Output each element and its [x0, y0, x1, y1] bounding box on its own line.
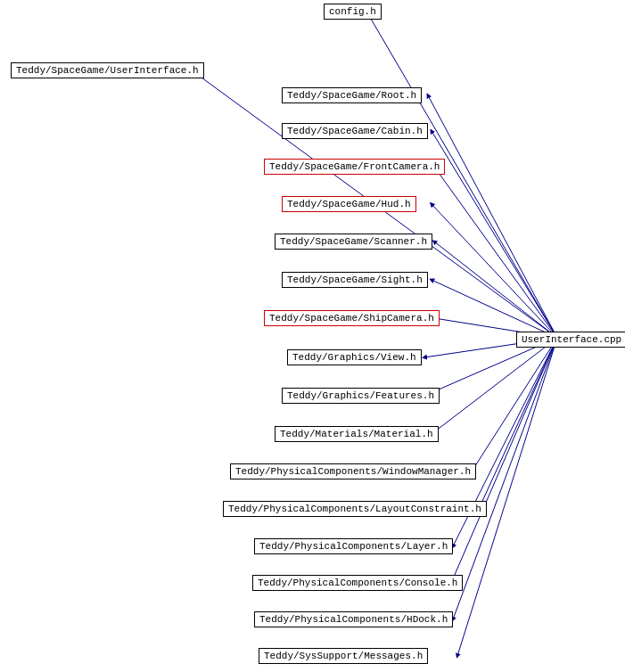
node-cabin-h: Teddy/SpaceGame/Cabin.h — [282, 123, 428, 139]
node-frontcamera-h: Teddy/SpaceGame/FrontCamera.h — [264, 159, 445, 175]
node-userinterface-h: Teddy/SpaceGame/UserInterface.h — [11, 62, 204, 78]
svg-line-12 — [472, 338, 557, 471]
node-config-h: config.h — [324, 4, 382, 20]
svg-line-5 — [432, 204, 557, 338]
svg-line-15 — [451, 338, 557, 583]
svg-line-13 — [479, 338, 557, 509]
svg-line-7 — [432, 280, 557, 338]
svg-line-0 — [368, 14, 557, 338]
node-userinterface-cpp: UserInterface.cpp — [516, 332, 625, 348]
node-material-h: Teddy/Materials/Material.h — [275, 426, 439, 442]
svg-line-11 — [432, 338, 557, 434]
node-hdock-h: Teddy/PhysicalComponents/HDock.h — [254, 611, 453, 627]
node-scanner-h: Teddy/SpaceGame/Scanner.h — [275, 234, 432, 250]
node-hud-h: Teddy/SpaceGame/Hud.h — [282, 196, 416, 212]
node-console-h: Teddy/PhysicalComponents/Console.h — [252, 575, 463, 591]
svg-line-3 — [432, 131, 557, 338]
svg-line-17 — [457, 338, 557, 656]
node-windowmanager-h: Teddy/PhysicalComponents/WindowManager.h — [230, 463, 476, 479]
node-layer-h: Teddy/PhysicalComponents/Layer.h — [254, 538, 453, 554]
node-layoutconstraint-h: Teddy/PhysicalComponents/LayoutConstrain… — [223, 501, 487, 517]
node-shipcamera-h: Teddy/SpaceGame/ShipCamera.h — [264, 310, 440, 326]
node-root-h: Teddy/SpaceGame/Root.h — [282, 87, 422, 103]
node-sight-h: Teddy/SpaceGame/Sight.h — [282, 272, 428, 288]
svg-line-2 — [428, 95, 557, 338]
node-features-h: Teddy/Graphics/Features.h — [282, 388, 440, 404]
dependency-diagram: config.h Teddy/SpaceGame/UserInterface.h… — [0, 0, 625, 672]
node-view-h: Teddy/Graphics/View.h — [287, 349, 422, 365]
svg-line-6 — [434, 242, 557, 338]
svg-line-4 — [434, 167, 557, 338]
node-messages-h: Teddy/SysSupport/Messages.h — [259, 648, 428, 664]
